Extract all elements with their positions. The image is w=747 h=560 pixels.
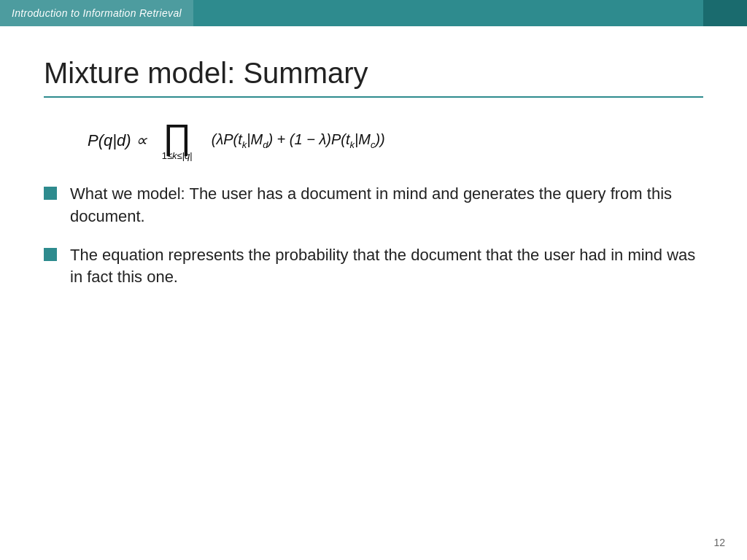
formula-product-block: ∏ 1≤k≤|q| [162,120,193,161]
formula-container: P(q|d) ∝ ∏ 1≤k≤|q| (λP(tk|Md) + (1 − λ)P… [88,120,703,161]
formula-area: P(q|d) ∝ ∏ 1≤k≤|q| (λP(tk|Md) + (1 − λ)P… [88,120,703,161]
header-title-bg: Introduction to Information Retrieval [0,0,193,26]
main-content: Mixture model: Summary P(q|d) ∝ ∏ 1≤k≤|q… [0,26,747,560]
bullet-list: What we model: The user has a document i… [44,183,703,289]
bullet-text-2: The equation represents the probability … [70,244,703,289]
page-number: 12 [713,537,725,548]
slide-title: Mixture model: Summary [44,55,703,90]
bullet-item-2: The equation represents the probability … [44,244,703,289]
header-title: Introduction to Information Retrieval [12,7,182,19]
bullet-item-1: What we model: The user has a document i… [44,183,703,228]
header-bar: Introduction to Information Retrieval [0,0,747,26]
formula-right: (λP(tk|Md) + (1 − λ)P(tk|Mc)) [212,131,385,150]
bullet-text-1: What we model: The user has a document i… [70,183,703,228]
bullet-marker-1 [44,187,57,200]
title-underline [44,96,703,98]
header-accent [703,0,747,26]
formula-left: P(q|d) ∝ [88,131,147,150]
product-symbol: ∏ [163,120,192,155]
product-subscript: 1≤k≤|q| [162,150,193,161]
bullet-marker-2 [44,248,57,261]
